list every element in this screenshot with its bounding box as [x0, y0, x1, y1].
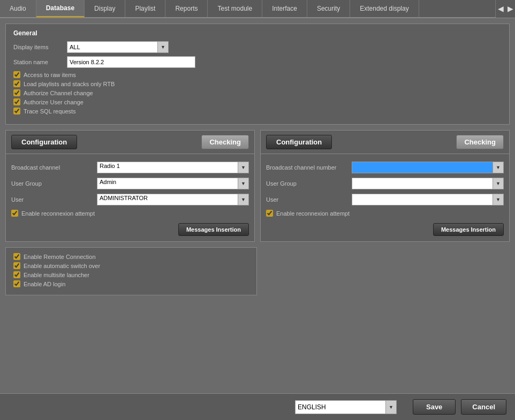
right-user-label: User [266, 196, 352, 203]
option-multisite-label: Enable multisite launcher [24, 272, 89, 278]
left-broadcast-value[interactable]: Radio 1 [97, 162, 238, 173]
right-usergroup-row: User Group ▼ [266, 178, 504, 189]
right-messages-button[interactable]: Messages Insertion [433, 223, 504, 236]
config-button-left[interactable]: Configuration [11, 135, 77, 149]
left-usergroup-value[interactable]: Admin [97, 178, 238, 189]
checkbox-load-playlists-input[interactable] [13, 80, 20, 87]
option-auto-switch-checkbox[interactable] [13, 262, 20, 269]
left-broadcast-select-wrapper: Radio 1 ▼ [97, 162, 249, 173]
tab-security[interactable]: Security [307, 0, 350, 17]
checking-button-right[interactable]: Checking [456, 135, 504, 149]
display-items-label: Display items [13, 44, 67, 50]
left-user-value[interactable]: ADMINISTRATOR [97, 194, 238, 205]
left-messages-container: Messages Insertion [11, 219, 249, 236]
right-broadcast-select-wrapper: ▼ [352, 162, 504, 173]
config-header-right: Configuration Checking [261, 131, 509, 154]
checkbox-authorize-user: Authorize User change [13, 98, 502, 105]
tab-test-module[interactable]: Test module [208, 0, 262, 17]
tab-display[interactable]: Display [85, 0, 125, 17]
save-button[interactable]: Save [413, 399, 456, 415]
left-reconnect-checkbox[interactable] [11, 210, 18, 217]
config-body-right: Broadcast channel number ▼ User Group ▼ … [261, 154, 509, 241]
right-broadcast-row: Broadcast channel number ▼ [266, 162, 504, 173]
left-broadcast-dropdown[interactable]: ▼ [238, 162, 249, 173]
right-usergroup-value[interactable] [352, 178, 493, 189]
checkbox-raw-items: Access to raw items [13, 71, 502, 78]
left-usergroup-dropdown[interactable]: ▼ [238, 178, 249, 189]
checkbox-authorize-user-input[interactable] [13, 98, 20, 105]
left-usergroup-label: User Group [11, 180, 97, 187]
right-user-value[interactable] [352, 194, 493, 205]
language-value[interactable]: ENGLISH [295, 400, 386, 414]
left-broadcast-row: Broadcast channel Radio 1 ▼ [11, 162, 249, 173]
config-header-left: Configuration Checking [6, 131, 254, 154]
left-messages-button[interactable]: Messages Insertion [178, 223, 249, 236]
left-user-label: User [11, 196, 97, 203]
display-items-row: Display items ALL ▼ [13, 41, 502, 53]
option-auto-switch: Enable automatic switch over [13, 262, 249, 269]
checkbox-authorize-user-label: Authorize User change [24, 99, 84, 105]
cancel-button[interactable]: Cancel [461, 399, 506, 415]
tab-database[interactable]: Database [36, 0, 85, 17]
tab-audio[interactable]: Audio [0, 0, 36, 17]
general-section: General Display items ALL ▼ Station name… [5, 24, 510, 125]
station-name-row: Station name [13, 56, 502, 68]
language-dropdown-arrow[interactable]: ▼ [386, 400, 397, 414]
left-user-row: User ADMINISTRATOR ▼ [11, 194, 249, 205]
left-reconnect-label: Enable reconnexion attempt [21, 210, 95, 217]
tab-reports[interactable]: Reports [165, 0, 208, 17]
right-usergroup-label: User Group [266, 180, 352, 187]
checking-button-left[interactable]: Checking [201, 135, 249, 149]
right-user-row: User ▼ [266, 194, 504, 205]
right-usergroup-select-wrapper: ▼ [352, 178, 504, 189]
checkbox-authorize-channel-input[interactable] [13, 89, 20, 96]
left-user-select-wrapper: ADMINISTRATOR ▼ [97, 194, 249, 205]
tab-next-button[interactable]: ▶ [505, 0, 515, 18]
config-panel-right: Configuration Checking Broadcast channel… [260, 130, 510, 242]
right-broadcast-dropdown[interactable]: ▼ [493, 162, 504, 173]
checkbox-load-playlists: Load playlists and stacks only RTB [13, 80, 502, 87]
option-remote-connection: Enable Remote Connection [13, 253, 249, 260]
config-panel-left: Configuration Checking Broadcast channel… [5, 130, 255, 242]
right-reconnect-checkbox[interactable] [266, 210, 273, 217]
station-name-label: Station name [13, 59, 67, 65]
display-items-dropdown[interactable]: ▼ [158, 41, 169, 53]
right-user-select-wrapper: ▼ [352, 194, 504, 205]
right-reconnect-label: Enable reconnexion attempt [276, 210, 350, 217]
left-reconnect-row: Enable reconnexion attempt [11, 210, 249, 217]
display-items-value: ALL [67, 41, 158, 53]
right-reconnect-row: Enable reconnexion attempt [266, 210, 504, 217]
tab-prev-button[interactable]: ◀ [496, 0, 505, 18]
left-broadcast-label: Broadcast channel [11, 164, 97, 171]
tab-extended-display[interactable]: Extended display [350, 0, 419, 17]
option-remote-connection-checkbox[interactable] [13, 253, 20, 260]
checkbox-load-playlists-label: Load playlists and stacks only RTB [24, 81, 115, 87]
right-broadcast-value[interactable] [352, 162, 493, 173]
tab-bar: Audio Database Display Playlist Reports … [0, 0, 515, 18]
checkbox-trace-sql: Trace SQL requests [13, 108, 502, 114]
option-ad-login: Enable AD login [13, 280, 249, 287]
checkbox-trace-sql-label: Trace SQL requests [24, 108, 76, 114]
right-user-dropdown[interactable]: ▼ [493, 194, 504, 205]
right-usergroup-dropdown[interactable]: ▼ [493, 178, 504, 189]
left-usergroup-row: User Group Admin ▼ [11, 178, 249, 189]
config-button-right[interactable]: Configuration [266, 135, 332, 149]
station-name-input[interactable] [67, 56, 195, 68]
checkbox-raw-items-input[interactable] [13, 71, 20, 78]
config-body-left: Broadcast channel Radio 1 ▼ User Group A… [6, 154, 254, 241]
left-user-dropdown[interactable]: ▼ [238, 194, 249, 205]
right-messages-container: Messages Insertion [266, 219, 504, 236]
main-content: General Display items ALL ▼ Station name… [0, 18, 515, 301]
tab-nav-arrows: ◀ ▶ [495, 0, 515, 17]
option-remote-connection-label: Enable Remote Connection [24, 254, 96, 260]
language-selector: ENGLISH ▼ [295, 400, 397, 414]
checkbox-trace-sql-input[interactable] [13, 108, 20, 114]
option-ad-login-label: Enable AD login [24, 281, 65, 287]
left-usergroup-select-wrapper: Admin ▼ [97, 178, 249, 189]
option-ad-login-checkbox[interactable] [13, 280, 20, 287]
tab-playlist[interactable]: Playlist [125, 0, 165, 17]
bottom-bar: ENGLISH ▼ Save Cancel [0, 393, 515, 420]
option-auto-switch-label: Enable automatic switch over [24, 263, 100, 269]
tab-interface[interactable]: Interface [262, 0, 307, 17]
option-multisite-checkbox[interactable] [13, 271, 20, 278]
